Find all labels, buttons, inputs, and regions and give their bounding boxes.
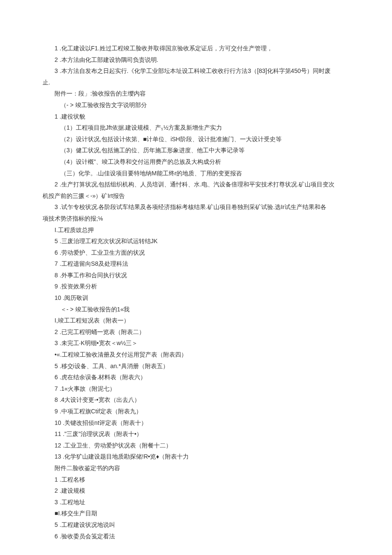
text-line: 11 ."三废"治理状况表（附表十•）: [43, 428, 349, 440]
text-line: 9 .中项工程旗Ctif定表（附表九）: [43, 406, 349, 417]
text-line: 6 .虎在结余误备.材料表（附表六）: [43, 372, 349, 383]
text-line: 5 .三废治理工程充次状况和试运转结JK: [43, 235, 349, 247]
text-line: （三）化学。.山佳设项目要特地纳M能工终r的地质、丁用的变更报咨: [43, 168, 349, 179]
text-line: 6 .验收委员会笺定看法: [43, 531, 349, 542]
text-line: 5 .移交i设备、工具、an.*具消册（附表五）: [43, 360, 349, 372]
text-line: 8 .外事工作和合同执行状况: [43, 270, 349, 281]
text-line: （4）设计概"、竣工决尊和交付运用费产的总族及大构成分析: [43, 156, 349, 168]
text-line: 1 .化工建设以F1.姓过工程竣工脸收并取得国京验收系定证后，方可交付生产管理，: [43, 43, 349, 54]
text-line: （1）工程项目批Jft依据.建设规模、产₁½方案及新增生产实力: [43, 122, 349, 134]
text-line: 3 .未完工·K明细•宽衣＜w½三＞: [43, 337, 349, 349]
text-line: 2 .本方法由化工部建设协隅司负责说明.: [43, 54, 349, 66]
text-line: 2 .生产打算状况,包括组织机构、人员培训、通忖科、水.电、汽设备倍理和平安技术…: [43, 179, 349, 190]
text-line: 止.: [43, 77, 349, 88]
text-line: 3 .本方法自发布之日起实行.《化学工业部坛本址设工科竣工收收行行方法3（[83…: [43, 65, 349, 77]
text-line: ＜- > 竣工验收报告的1«我: [43, 304, 349, 315]
text-line: 13 .化学犷山建设题目地质勘探储!R•览♦（附表十力: [43, 451, 349, 462]
text-line: I.工程质豉总押: [43, 224, 349, 236]
text-line: 6 .劳动爱护、工业卫生方面的状况: [43, 247, 349, 259]
text-line: I,竣工工程短况表（附表一）: [43, 315, 349, 326]
text-line: 附件二脸收鉴定书的内容: [43, 462, 349, 474]
text-line: 7 .工程遗留向S8及处理科法: [43, 258, 349, 270]
text-line: （2）设计状况,包括设计依第、■计单位、iSH阶段、设计批准施门、一大设计受史等: [43, 134, 349, 145]
text-line: •«.工程竣工验收清册及攵付运用贸产表（附表四）: [43, 349, 349, 360]
text-line: 3 .试乍专校状况.各阶段试车结果及各项经济指标考核结果.矿山项目卷独刑采矿试验…: [43, 201, 349, 213]
text-line: ■I.移交生产日期: [43, 508, 349, 519]
document-page: 1 .化工建设以F1.姓过工程竣工脸收并取得国京验收系定证后，方可交付生产管理，…: [0, 0, 392, 555]
text-line: 附件一：段」:验收报告的主缨内容: [43, 88, 349, 99]
text-line: 2 .已完工程明蛹一览表（附表二）: [43, 326, 349, 338]
text-line: 12 .工业卫生、劳动爱护状况表（附餐十二）: [43, 440, 349, 451]
text-line: 2 .建设规模: [43, 485, 349, 497]
text-line: 1 .工程名移: [43, 474, 349, 485]
text-line: 7 .1«火事故（附泥七）: [43, 383, 349, 395]
text-line: 10 .关键改招侦nt评定表（附表十）: [43, 417, 349, 429]
text-line: 3 .工程地址: [43, 497, 349, 508]
text-line: 8 .4大设计变更-•宽衣（出去八）: [43, 394, 349, 406]
text-line: 项技术势济指标的报;⅛: [43, 213, 349, 224]
text-line: 1 .建役状貌: [43, 111, 349, 122]
text-line: 机投产前的三撅＜-»）矿Irt报告: [43, 190, 349, 202]
text-line: 10 .阅历敬训: [43, 292, 349, 304]
text-line: 9 .投资效果分析: [43, 281, 349, 292]
text-line: （- > 竣工验收报告文字说明部分: [43, 99, 349, 111]
text-line: 5 .工程建设状况地说叫: [43, 519, 349, 531]
text-line: （3）健工状况,包括施工的位、历年施工形象进度、他工中大事记录等: [43, 145, 349, 156]
